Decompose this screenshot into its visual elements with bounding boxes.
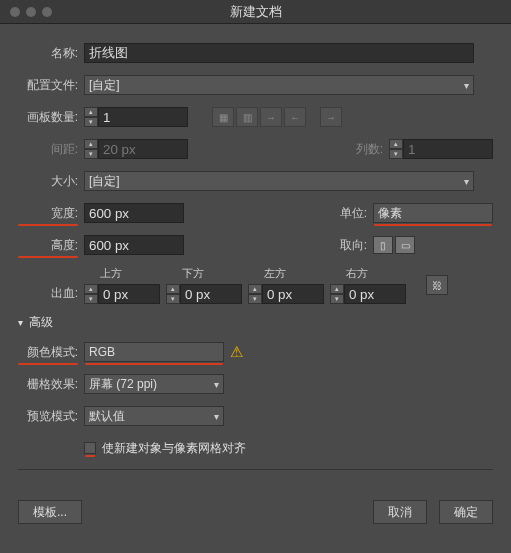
bleed-bottom-input[interactable] — [180, 284, 242, 304]
label-columns: 列数: — [343, 141, 383, 158]
units-select[interactable]: 像素 — [373, 203, 493, 223]
size-select[interactable]: [自定] — [84, 171, 474, 191]
template-button[interactable]: 模板... — [18, 500, 82, 524]
bleed-right-spinner[interactable]: ▴▾ — [330, 284, 406, 304]
landscape-icon[interactable]: ▭ — [395, 236, 415, 254]
bleed-left-spinner[interactable]: ▴▾ — [248, 284, 324, 304]
columns-spinner: ▴▾ — [389, 139, 493, 159]
spin-down: ▾ — [389, 149, 403, 159]
orientation-group: ▯ ▭ — [373, 236, 415, 254]
label-size: 大小: — [18, 173, 78, 190]
titlebar: 新建文档 — [0, 0, 511, 24]
portrait-icon[interactable]: ▯ — [373, 236, 393, 254]
label-profile: 配置文件: — [18, 77, 78, 94]
spin-up[interactable]: ▴ — [84, 107, 98, 117]
align-grid-checkbox[interactable] — [84, 442, 96, 454]
spin-down[interactable]: ▾ — [84, 117, 98, 127]
disclosure-triangle-icon: ▾ — [18, 317, 23, 328]
label-height: 高度: — [18, 237, 78, 254]
label-width: 宽度: — [18, 205, 78, 222]
bleed-left-input[interactable] — [262, 284, 324, 304]
new-document-dialog: 新建文档 名称: 配置文件: [自定] 画板数量: ▴▾ ▦ ▥ → ← — [0, 0, 511, 553]
spin-down: ▾ — [84, 149, 98, 159]
label-top: 上方 — [100, 266, 122, 281]
grid-by-col-icon[interactable]: ▥ — [236, 107, 258, 127]
label-bleed: 出血: — [18, 285, 78, 302]
row-rtl-icon[interactable]: ← — [284, 107, 306, 127]
dialog-footer: 模板... 取消 确定 — [0, 490, 511, 538]
width-input[interactable] — [84, 203, 184, 223]
bleed-top-input[interactable] — [98, 284, 160, 304]
bleed-bottom-spinner[interactable]: ▴▾ — [166, 284, 242, 304]
advanced-section-header[interactable]: ▾ 高级 — [18, 314, 493, 331]
label-spacing: 间距: — [18, 141, 78, 158]
label-units: 单位: — [327, 205, 367, 222]
cancel-button[interactable]: 取消 — [373, 500, 427, 524]
dialog-title: 新建文档 — [0, 3, 511, 21]
label-artboards: 画板数量: — [18, 109, 78, 126]
link-bleed-icon[interactable]: ⛓ — [426, 275, 448, 295]
artboard-arrangement: ▦ ▥ → ← — [212, 107, 306, 127]
grid-by-row-icon[interactable]: ▦ — [212, 107, 234, 127]
ok-button[interactable]: 确定 — [439, 500, 493, 524]
spacing-spinner: ▴▾ — [84, 139, 188, 159]
profile-select[interactable]: [自定] — [84, 75, 474, 95]
label-colormode: 颜色模式: — [18, 344, 78, 361]
label-right: 右方 — [346, 266, 368, 281]
bleed-top-spinner[interactable]: ▴▾ — [84, 284, 160, 304]
spin-up: ▴ — [389, 139, 403, 149]
label-advanced: 高级 — [29, 314, 53, 331]
rasterfx-select[interactable]: 屏幕 (72 ppi) — [84, 374, 224, 394]
artboard-count-input[interactable] — [98, 107, 188, 127]
label-left: 左方 — [264, 266, 286, 281]
colormode-select[interactable]: RGB — [84, 342, 224, 362]
label-orient: 取向: — [327, 237, 367, 254]
artboard-count-spinner[interactable]: ▴▾ — [84, 107, 188, 127]
label-bottom: 下方 — [182, 266, 204, 281]
label-preview: 预览模式: — [18, 408, 78, 425]
columns-input — [403, 139, 493, 159]
arrow-right-icon[interactable]: → — [320, 107, 342, 127]
preview-select[interactable]: 默认值 — [84, 406, 224, 426]
label-rasterfx: 栅格效果: — [18, 376, 78, 393]
spacing-input — [98, 139, 188, 159]
bleed-right-input[interactable] — [344, 284, 406, 304]
height-input[interactable] — [84, 235, 184, 255]
warning-icon: ⚠ — [230, 343, 243, 361]
label-aligngrid: 使新建对象与像素网格对齐 — [102, 440, 246, 457]
divider — [18, 469, 493, 470]
row-ltr-icon[interactable]: → — [260, 107, 282, 127]
label-name: 名称: — [18, 45, 78, 62]
spin-up: ▴ — [84, 139, 98, 149]
name-input[interactable] — [84, 43, 474, 63]
